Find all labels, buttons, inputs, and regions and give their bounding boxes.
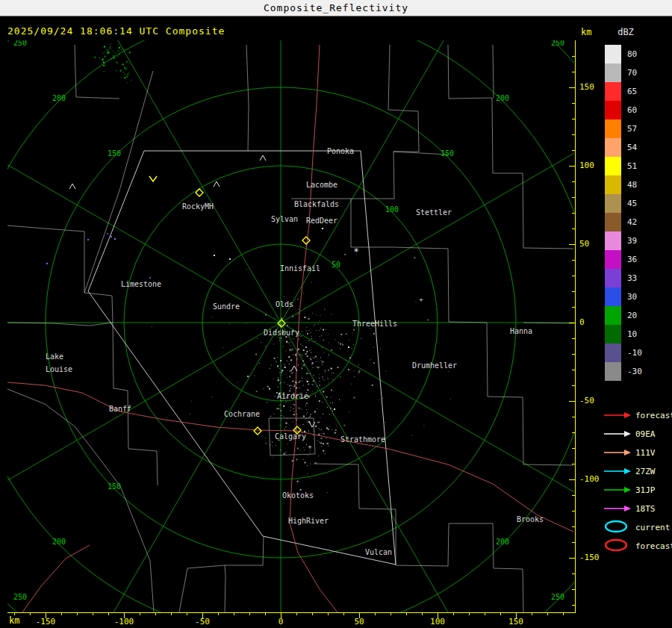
- unit-label-top-right: km: [581, 27, 591, 37]
- right-axis-tick: [572, 307, 575, 308]
- bottom-axis-tick: [296, 613, 297, 615]
- bottom-axis-tick: [391, 613, 391, 615]
- color-scale-value: 51: [627, 161, 637, 171]
- bottom-axis-tick: [218, 613, 219, 615]
- color-swatch: [605, 101, 621, 119]
- bottom-axis-tick: [140, 613, 140, 615]
- bottom-axis-tick: [469, 613, 470, 615]
- city-label: Vulcan: [365, 548, 392, 556]
- bottom-axis-tick: [312, 613, 313, 615]
- legend-arrow-icon: [603, 502, 632, 516]
- color-scale-row: 60: [605, 101, 669, 119]
- right-axis-tick: [572, 605, 575, 606]
- unit-label-bottom-left: km: [9, 615, 19, 626]
- ring-distance-label: 250: [551, 593, 564, 601]
- color-swatch: [605, 306, 621, 325]
- right-axis-tick: [572, 103, 575, 104]
- city-label: Olds: [276, 300, 293, 308]
- radar-app: Composite_Reflectivity 2025/09/24 18:06:…: [0, 0, 672, 628]
- bottom-axis-tick-label: -150: [28, 617, 63, 627]
- color-swatch: [605, 82, 621, 101]
- city-label: Okotoks: [282, 491, 314, 500]
- right-axis-tick: [572, 542, 575, 543]
- color-scale-value: 20: [627, 311, 637, 320]
- color-scale-row: 45: [605, 194, 669, 213]
- color-scale-value: 36: [627, 255, 637, 264]
- legend-item: 09EA: [603, 426, 672, 442]
- right-axis-line: [575, 40, 576, 613]
- bottom-axis-tick-label: 150: [498, 617, 534, 627]
- city-label: Ponoka: [327, 147, 354, 155]
- bottom-axis-tick-label: -50: [184, 617, 220, 627]
- bottom-axis-tick: [234, 613, 234, 615]
- color-swatch: [605, 157, 621, 175]
- right-axis-tick: [572, 134, 575, 135]
- color-scale-row: 51: [605, 157, 669, 175]
- right-axis-tick: [572, 589, 575, 590]
- cross-icon: +: [308, 443, 312, 450]
- color-scale-value: -10: [627, 348, 642, 358]
- color-scale-row: 42: [605, 213, 669, 231]
- bottom-axis-tick: [422, 613, 423, 615]
- legend-item: forecast: [603, 408, 672, 423]
- right-axis-tick: [572, 197, 575, 198]
- color-scale-row: 39: [605, 231, 669, 250]
- station-diamond-icon: [302, 237, 310, 244]
- legend-arrow-icon: [603, 427, 632, 441]
- legend-arrow-icon: [603, 408, 632, 423]
- city-label: Didsbury: [264, 329, 299, 337]
- ring-distance-label: 250: [13, 593, 27, 601]
- right-axis-tick-label: 100: [579, 161, 594, 170]
- bottom-axis-tick: [500, 613, 501, 615]
- city-label: Sundre: [213, 302, 240, 311]
- legend-arrow-icon: [603, 464, 632, 479]
- color-scale-row: -10: [605, 343, 669, 362]
- legend-item: 31JP: [603, 482, 672, 498]
- color-scale-row: 70: [605, 63, 669, 82]
- right-axis-tick: [572, 276, 575, 276]
- city-label: Sylvan: [271, 215, 298, 223]
- window-title: Composite_Reflectivity: [264, 2, 408, 13]
- ring-distance-label: 100: [385, 205, 399, 214]
- legend-item-label: 09EA: [635, 429, 656, 439]
- bottom-axis-tick: [453, 613, 454, 615]
- dot-icon: [214, 255, 215, 256]
- dot-icon: [229, 258, 231, 260]
- city-label: Innisfail: [280, 264, 320, 273]
- bottom-axis-tick-label: 100: [420, 617, 455, 627]
- bottom-axis-tick: [265, 613, 266, 615]
- color-scale: dBZ 80706560575451484542393633302010-10-…: [605, 27, 669, 381]
- right-axis-tick: [569, 87, 575, 88]
- color-scale-value: 39: [627, 236, 637, 246]
- color-swatch: [605, 63, 621, 82]
- color-scale-value: 65: [627, 87, 637, 96]
- city-label: Calgary: [275, 432, 306, 441]
- legend-item: current: [603, 520, 672, 535]
- bottom-axis-tick: [30, 613, 31, 615]
- right-axis-tick: [572, 573, 575, 574]
- color-scale-row: 54: [605, 138, 669, 157]
- city-label: Drumheller: [412, 361, 457, 370]
- right-axis-tick: [572, 370, 575, 370]
- right-axis-tick-label: 0: [579, 317, 585, 327]
- color-swatch: [605, 362, 621, 381]
- city-label: Lake: [46, 352, 63, 361]
- bottom-axis-tick-label: -100: [106, 617, 142, 627]
- color-swatch: [605, 119, 621, 138]
- legend-item-label: 18TS: [635, 504, 656, 514]
- city-label: RockyMH: [182, 202, 214, 211]
- radar-map[interactable]: 50100150150150200200200200250250250250*+…: [7, 40, 574, 612]
- asterisk-icon: *: [353, 246, 358, 257]
- ring-distance-label: 200: [52, 538, 66, 546]
- city-label: HighRiver: [288, 517, 329, 525]
- bottom-axis-tick: [485, 613, 485, 615]
- right-axis-tick: [572, 511, 575, 512]
- bottom-axis-tick: [93, 613, 93, 615]
- city-label: Hanna: [510, 327, 532, 335]
- bottom-axis-tick: [187, 613, 187, 615]
- legend-item-label: current: [635, 523, 670, 532]
- color-scale-value: 33: [627, 273, 637, 283]
- right-axis-tick: [569, 558, 575, 559]
- map-legend: forecast09EA111V27ZW31JP18TScurrentforec…: [603, 408, 672, 554]
- color-swatch: [605, 231, 621, 250]
